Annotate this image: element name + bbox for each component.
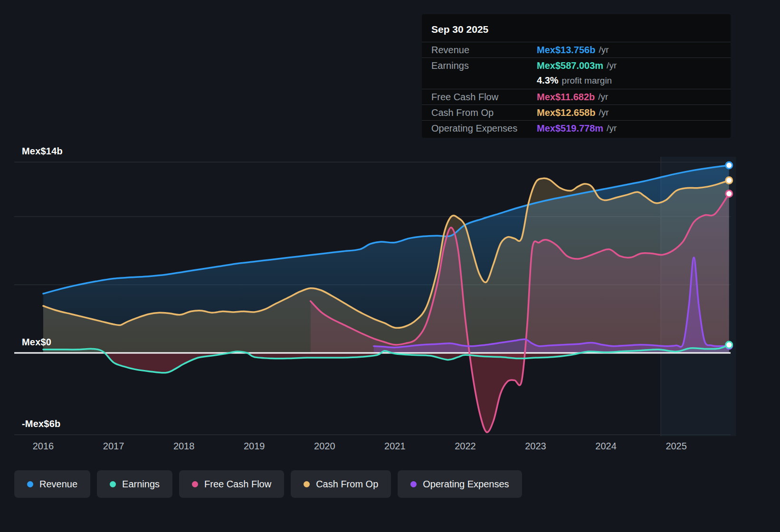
legend-dot-icon [27, 481, 33, 487]
tooltip-date: Sep 30 2025 [422, 19, 731, 42]
tooltip-suffix: /yr [599, 45, 609, 55]
x-axis-label-2019: 2019 [244, 441, 265, 452]
legend-label: Cash From Op [316, 479, 378, 490]
x-axis-label-2022: 2022 [455, 441, 476, 452]
legend-item-cash-from-op[interactable]: Cash From Op [291, 470, 391, 498]
cash-from-op-end-marker [726, 177, 732, 184]
legend-label: Free Cash Flow [204, 479, 271, 490]
legend-item-earnings[interactable]: Earnings [97, 470, 172, 498]
x-axis-label-2024: 2024 [595, 441, 617, 452]
tooltip-row-operating-expenses: Operating ExpensesMex$519.778m/yr [422, 120, 731, 136]
legend-dot-icon [304, 481, 310, 487]
tooltip-value: Mex$11.682b [537, 92, 595, 103]
tooltip-label: Free Cash Flow [431, 92, 537, 103]
x-axis-label-2020: 2020 [314, 441, 335, 452]
tooltip-value: Mex$12.658b [537, 107, 595, 118]
x-axis-label-2023: 2023 [525, 441, 546, 452]
legend-dot-icon [410, 481, 417, 487]
chart-tooltip: Sep 30 2025 RevenueMex$13.756b/yrEarning… [422, 14, 731, 138]
x-axis-label-2025: 2025 [666, 441, 687, 452]
y-axis-label: Mex$14b [22, 146, 63, 157]
legend-label: Operating Expenses [423, 479, 509, 490]
tooltip-label: Earnings [431, 60, 537, 71]
legend-item-free-cash-flow[interactable]: Free Cash Flow [179, 470, 284, 498]
revenue-end-marker [726, 162, 732, 169]
tooltip-margin-text: profit margin [562, 76, 612, 86]
tooltip-suffix: /yr [607, 123, 617, 133]
tooltip-label: Cash From Op [431, 107, 537, 118]
earnings-revenue-history-chart: Mex$14bMex$0-Mex$6b 20162017201820192020… [0, 0, 780, 532]
x-axis-label-2018: 2018 [173, 441, 195, 452]
legend-label: Earnings [122, 479, 160, 490]
tooltip-rows: RevenueMex$13.756b/yrEarningsMex$587.003… [422, 42, 731, 136]
tooltip-row-free-cash-flow: Free Cash FlowMex$11.682b/yr [422, 89, 731, 104]
tooltip-row-earnings-margin: 4.3%profit margin [422, 73, 731, 89]
legend: RevenueEarningsFree Cash FlowCash From O… [14, 470, 522, 498]
tooltip-value: Mex$13.756b [537, 45, 595, 56]
tooltip-suffix: /yr [598, 92, 608, 102]
x-axis-label-2021: 2021 [384, 441, 406, 452]
y-axis-label: Mex$0 [22, 337, 51, 348]
earnings-end-marker [726, 342, 732, 348]
free-cash-flow-end-marker [726, 190, 732, 197]
tooltip-label: Operating Expenses [431, 123, 537, 134]
tooltip-margin-value: 4.3% [537, 75, 559, 86]
x-axis-label-2016: 2016 [33, 441, 54, 452]
tooltip-suffix: /yr [599, 107, 609, 118]
tooltip-row-revenue: RevenueMex$13.756b/yr [422, 42, 731, 57]
tooltip-row-earnings: EarningsMex$587.003m/yr [422, 57, 731, 73]
tooltip-label: Revenue [431, 45, 537, 56]
tooltip-suffix: /yr [607, 60, 617, 71]
legend-dot-icon [110, 481, 116, 487]
tooltip-row-cash-from-op: Cash From OpMex$12.658b/yr [422, 104, 731, 120]
tooltip-value: Mex$519.778m [537, 123, 603, 134]
legend-label: Revenue [39, 479, 77, 490]
legend-item-operating-expenses[interactable]: Operating Expenses [398, 470, 522, 498]
x-axis-label-2017: 2017 [103, 441, 124, 452]
y-axis-label: -Mex$6b [22, 418, 60, 429]
legend-dot-icon [192, 481, 198, 487]
legend-item-revenue[interactable]: Revenue [14, 470, 90, 498]
tooltip-value: Mex$587.003m [537, 60, 603, 71]
